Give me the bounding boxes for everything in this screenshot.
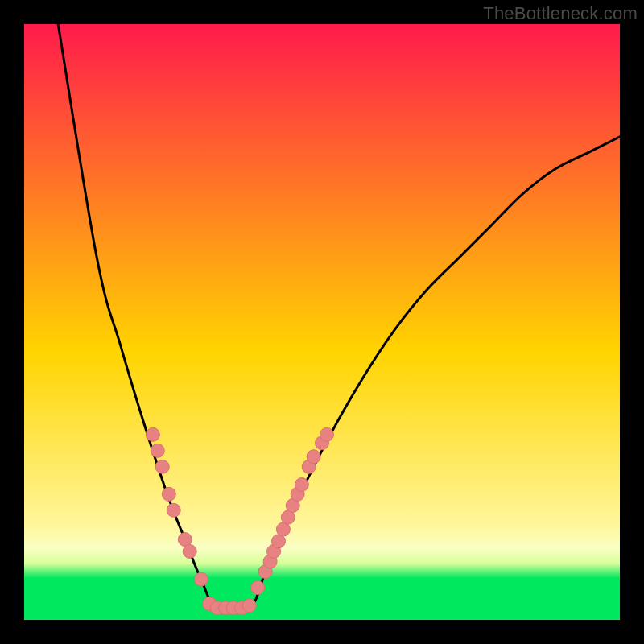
data-marker xyxy=(151,444,164,457)
data-marker xyxy=(320,427,333,441)
data-marker xyxy=(295,478,308,492)
chart-frame: TheBottleneck.com xyxy=(0,0,644,644)
data-marker xyxy=(242,599,256,613)
data-marker xyxy=(251,581,265,595)
data-marker xyxy=(167,503,180,517)
data-marker xyxy=(183,544,196,558)
data-marker xyxy=(162,487,175,501)
plot-area xyxy=(24,24,620,620)
data-marker xyxy=(194,572,208,586)
data-marker xyxy=(155,460,169,473)
data-marker xyxy=(146,427,159,441)
chart-svg xyxy=(24,24,620,620)
watermark-text: TheBottleneck.com xyxy=(483,3,638,24)
data-marker xyxy=(307,450,320,464)
